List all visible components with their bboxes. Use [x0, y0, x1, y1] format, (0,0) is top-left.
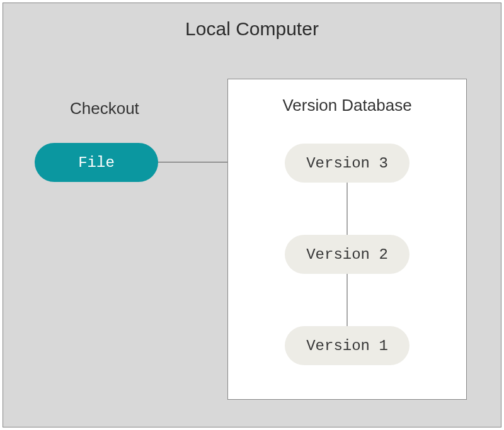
version-node-3: Version 3	[285, 144, 410, 183]
connector-v2-v1	[347, 274, 348, 326]
version-database-frame: Version Database Version 3 Version 2 Ver…	[227, 79, 467, 400]
version-node-label: Version 3	[306, 155, 388, 172]
file-node-label: File	[78, 154, 115, 171]
connector-v3-v2	[347, 183, 348, 235]
version-database-title: Version Database	[228, 96, 466, 115]
file-node: File	[35, 143, 158, 182]
checkout-label: Checkout	[70, 99, 139, 118]
local-computer-frame: Local Computer Checkout File Version Dat…	[3, 3, 501, 427]
local-computer-title: Local Computer	[3, 18, 501, 40]
version-node-2: Version 2	[285, 235, 410, 274]
version-node-label: Version 1	[306, 337, 388, 354]
version-node-1: Version 1	[285, 326, 410, 365]
version-node-label: Version 2	[306, 246, 388, 263]
